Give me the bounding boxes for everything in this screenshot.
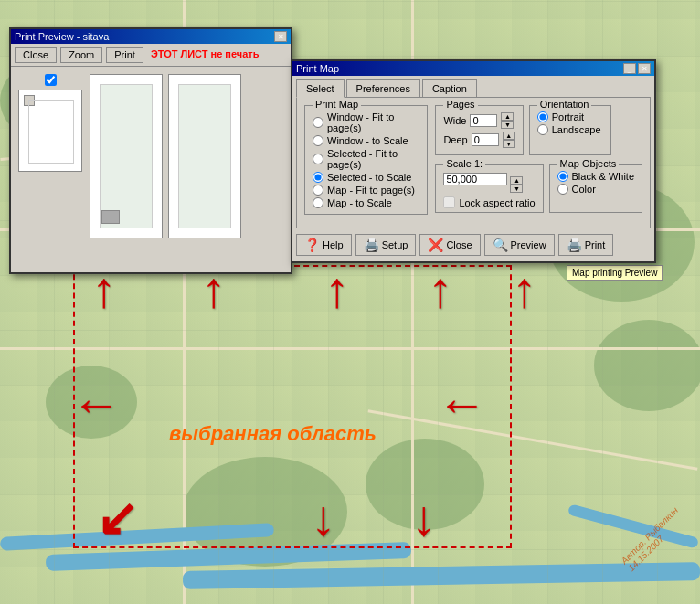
arrow-left-2: ← bbox=[437, 379, 487, 429]
mapobj-bw: Black & White bbox=[557, 171, 634, 182]
print-preview-window: Print Preview - sitava ✕ Close Zoom Prin… bbox=[9, 27, 292, 274]
radio-selected-fit-input[interactable] bbox=[313, 154, 323, 164]
pp-left-panel bbox=[18, 74, 82, 252]
print-preview-close-btn[interactable]: ✕ bbox=[274, 31, 287, 42]
pm-tabs: Select Preferences Caption bbox=[292, 76, 654, 97]
pages-deep-row: Deep ▲ ▼ bbox=[443, 132, 514, 148]
scale-spinners: ▲ ▼ bbox=[510, 176, 523, 193]
radio-window-scale-input[interactable] bbox=[313, 135, 323, 146]
pm-titlebar: Print Map _ ✕ bbox=[292, 61, 654, 76]
scale-down[interactable]: ▼ bbox=[510, 185, 523, 193]
arrow-down-2: ↓ bbox=[411, 493, 437, 544]
pp-show-checkbox[interactable] bbox=[45, 74, 57, 86]
pages-deep-spinners: ▲ ▼ bbox=[503, 132, 515, 148]
orient-landscape-input[interactable] bbox=[537, 124, 548, 135]
tab-caption[interactable]: Caption bbox=[422, 79, 477, 97]
close-button[interactable]: ❌ Close bbox=[419, 234, 480, 256]
arrow-up-5: ↑ bbox=[512, 265, 537, 315]
pages-wide-row: Wide ▲ ▼ bbox=[443, 112, 514, 129]
orient-landscape-label: Landscape bbox=[552, 124, 601, 135]
pages-deep-label: Deep bbox=[443, 134, 467, 145]
radio-map-fit: Map - Fit to page(s) bbox=[313, 185, 419, 196]
pp-map-content-2 bbox=[178, 84, 231, 228]
radio-map-fit-label: Map - Fit to page(s) bbox=[327, 185, 415, 196]
map-objects-section: Map Objects Black & White Color bbox=[549, 164, 642, 213]
mapobj-color: Color bbox=[557, 184, 634, 195]
scale-section: Scale 1: ▲ ▼ Lock aspect ratio bbox=[435, 164, 543, 213]
map-region-label: выбранная область bbox=[169, 422, 377, 446]
tab-select[interactable]: Select bbox=[296, 79, 345, 98]
help-button[interactable]: ❓ Help bbox=[296, 234, 352, 256]
arrow-up-4: ↑ bbox=[428, 265, 453, 315]
preview-label: Preview bbox=[511, 239, 546, 250]
preview-button[interactable]: 🔍 Preview bbox=[484, 234, 555, 256]
pm-action-buttons: ❓ Help 🖨️ Setup ❌ Close 🔍 Preview 🖨️ Pri… bbox=[292, 228, 654, 261]
mapobj-bw-input[interactable] bbox=[557, 171, 568, 182]
radio-map-scale-label: Map - to Scale bbox=[327, 197, 392, 208]
pm-scale-mapobj-row: Scale 1: ▲ ▼ Lock aspect ratio bbox=[435, 164, 642, 218]
print-label: Print bbox=[585, 239, 606, 250]
radio-selected-scale-input[interactable] bbox=[313, 172, 323, 183]
orient-landscape: Landscape bbox=[537, 124, 603, 135]
radio-map-scale-input[interactable] bbox=[313, 197, 323, 208]
radio-window-scale: Window - to Scale bbox=[313, 135, 419, 146]
orient-portrait-input[interactable] bbox=[537, 111, 548, 122]
pm-close-btn[interactable]: ✕ bbox=[638, 63, 651, 74]
lock-aspect-label: Lock aspect ratio bbox=[459, 197, 535, 208]
radio-window-fit-label: Window - Fit to page(s) bbox=[327, 111, 419, 133]
pages-deep-down[interactable]: ▼ bbox=[503, 140, 515, 148]
pp-right-panel bbox=[90, 74, 283, 252]
orientation-section: Orientation Portrait Landscape bbox=[529, 105, 611, 155]
preview-icon: 🔍 bbox=[493, 238, 508, 252]
mapobj-color-input[interactable] bbox=[557, 184, 568, 195]
arrow-down-left: ↙ bbox=[96, 493, 138, 544]
pp-print-button[interactable]: Print bbox=[106, 47, 143, 63]
pages-deep-up[interactable]: ▲ bbox=[503, 132, 515, 140]
help-icon: ❓ bbox=[304, 238, 320, 252]
mapobj-bw-label: Black & White bbox=[572, 171, 634, 182]
close-label: Close bbox=[446, 239, 472, 250]
pm-main-row: Print Map Window - Fit to page(s) Window… bbox=[304, 105, 642, 220]
radio-window-scale-label: Window - to Scale bbox=[327, 135, 408, 146]
pm-pages-orient-row: Pages Wide ▲ ▼ Deep bbox=[435, 105, 642, 161]
pages-section: Pages Wide ▲ ▼ Deep bbox=[435, 105, 523, 155]
pp-page-inner bbox=[28, 100, 74, 164]
lock-aspect-checkbox[interactable] bbox=[443, 196, 455, 208]
scale-input[interactable] bbox=[443, 173, 507, 185]
radio-map-fit-input[interactable] bbox=[313, 185, 323, 196]
print-map-section: Print Map Window - Fit to page(s) Window… bbox=[304, 105, 428, 215]
tab-preferences[interactable]: Preferences bbox=[346, 79, 420, 97]
setup-button[interactable]: 🖨️ Setup bbox=[355, 234, 417, 256]
pp-close-button[interactable]: Close bbox=[15, 47, 57, 63]
pages-wide-label: Wide bbox=[443, 115, 466, 126]
pp-page-preview-1 bbox=[18, 90, 82, 172]
close-icon: ❌ bbox=[428, 238, 443, 252]
pm-section-print-map-title: Print Map bbox=[313, 99, 361, 110]
pages-wide-down[interactable]: ▼ bbox=[501, 121, 514, 129]
pp-warning-text: ЭТОТ ЛИСТ не печать bbox=[147, 47, 263, 63]
pm-minimize-btn[interactable]: _ bbox=[623, 63, 636, 74]
radio-window-fit-input[interactable] bbox=[313, 117, 323, 128]
pp-map-content-1 bbox=[100, 84, 153, 228]
print-preview-title: Print Preview - sitava bbox=[15, 31, 109, 42]
scale-up[interactable]: ▲ bbox=[510, 176, 523, 185]
help-label: Help bbox=[323, 239, 344, 250]
radio-selected-fit-label: Selected - Fit to page(s) bbox=[327, 148, 419, 170]
pm-right-column: Pages Wide ▲ ▼ Deep bbox=[435, 105, 642, 220]
pages-section-title: Pages bbox=[443, 99, 477, 110]
scale-input-row: ▲ ▼ bbox=[443, 173, 535, 193]
print-preview-toolbar: Close Zoom Print ЭТОТ ЛИСТ не печать bbox=[11, 44, 291, 67]
pages-wide-up[interactable]: ▲ bbox=[501, 112, 514, 121]
pages-deep-input[interactable] bbox=[472, 133, 499, 146]
pm-tab-content: Print Map Window - Fit to page(s) Window… bbox=[296, 97, 651, 228]
scale-section-title: Scale 1: bbox=[443, 158, 485, 169]
pages-wide-input[interactable] bbox=[470, 114, 497, 127]
pm-titlebar-buttons: _ ✕ bbox=[623, 63, 651, 74]
map-printing-tooltip: Map printing Preview bbox=[567, 265, 663, 281]
pp-zoom-button[interactable]: Zoom bbox=[60, 47, 102, 63]
print-map-dialog: Print Map _ ✕ Select Preferences Caption… bbox=[291, 59, 656, 263]
print-button[interactable]: 🖨️ Print bbox=[558, 234, 614, 256]
radio-map-scale: Map - to Scale bbox=[313, 197, 419, 208]
arrow-up-3: ↑ bbox=[324, 265, 350, 315]
arrow-left-1: ← bbox=[71, 379, 122, 429]
